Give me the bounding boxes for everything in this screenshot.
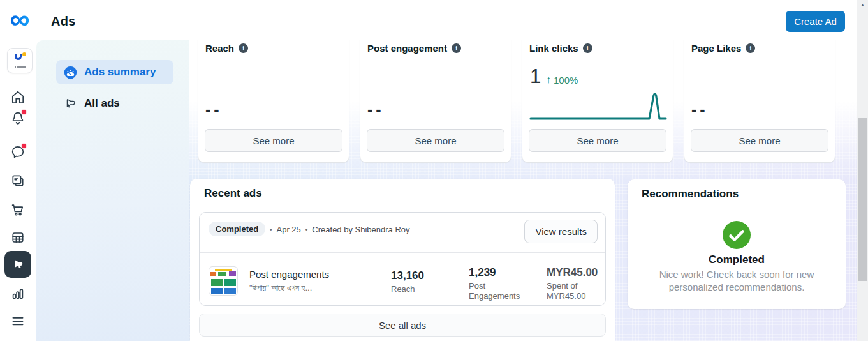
rail-item-notifications[interactable]	[10, 110, 26, 126]
rail-item-home[interactable]	[10, 89, 26, 105]
app-rail	[0, 40, 36, 341]
info-icon[interactable]: i	[583, 43, 592, 53]
ad-date: Apr 25	[277, 225, 301, 234]
recent-ads-panel: Recent ads Completed • Apr 25 • Created …	[190, 179, 615, 341]
megaphone-outline-icon	[64, 97, 77, 110]
page-title: Ads	[51, 14, 75, 29]
ad-metric-spend: MYR45.00 Spent of MYR45.00	[547, 266, 603, 301]
header: ∞ Ads Create Ad	[0, 0, 857, 40]
scrollbar[interactable]: ▲	[857, 0, 868, 341]
meta-logo-icon[interactable]: ∞	[5, 3, 34, 36]
ads-sidebar: Ads summary All ads	[36, 40, 189, 341]
info-icon[interactable]: i	[746, 43, 755, 53]
rail-item-insights[interactable]	[10, 286, 26, 301]
metric-card-link-clicks: Link clicks i 1 ↑ 100% See more	[522, 40, 673, 163]
metric-card-page-likes: Page Likes i -- See more	[684, 40, 835, 163]
see-more-button[interactable]: See more	[205, 129, 342, 152]
sidebar-item-ads-summary[interactable]: Ads summary	[56, 60, 173, 84]
ad-caption: "উপায়" আছে এখন হ...	[249, 283, 329, 293]
recent-ads-title: Recent ads	[204, 187, 262, 200]
content: Reach i -- See more Post engagement i --…	[189, 40, 857, 341]
shopping-cart-icon	[10, 202, 26, 217]
speedometer-icon	[64, 66, 77, 79]
ads-page: ∞ Ads Create Ad	[0, 0, 868, 341]
scroll-up-arrow[interactable]: ▲	[857, 3, 868, 7]
link-clicks-sparkline	[529, 91, 668, 123]
status-badge: Completed	[209, 222, 265, 236]
metric-value: 1	[530, 65, 541, 88]
home-icon	[10, 89, 26, 105]
bar-chart-icon	[10, 286, 26, 301]
info-icon[interactable]: i	[239, 43, 248, 53]
metric-title: Reach i	[205, 43, 248, 54]
avatar-logo-text	[15, 66, 26, 68]
ad-author: Created by Shibendra Roy	[312, 225, 409, 234]
check-circle-icon	[722, 220, 751, 250]
ad-objective: Post engagements	[249, 269, 329, 280]
ad-row[interactable]: Post engagements "উপায়" আছে এখন হ... 13…	[200, 253, 605, 305]
ad-metric-reach: 13,160 Reach	[391, 269, 424, 294]
metric-title: Page Likes i	[691, 43, 755, 54]
see-more-button[interactable]: See more	[367, 129, 504, 152]
billing-table-icon	[10, 230, 26, 245]
see-more-button[interactable]: See more	[691, 129, 828, 152]
message-badge-dot	[21, 143, 27, 149]
rail-item-ads-active[interactable]	[4, 251, 31, 278]
recommendation-status: Completed	[628, 254, 846, 266]
metric-card-reach: Reach i -- See more	[198, 40, 349, 163]
rail-item-commerce[interactable]	[10, 202, 26, 217]
sidebar-item-label: Ads summary	[84, 66, 156, 79]
megaphone-filled-icon	[11, 257, 26, 272]
trend-up-icon: ↑	[546, 74, 551, 86]
create-ad-button[interactable]: Create Ad	[786, 11, 845, 32]
rail-item-more[interactable]	[10, 314, 26, 329]
notification-badge-dot	[21, 109, 27, 115]
metric-empty-value: --	[205, 100, 223, 119]
see-all-ads-button[interactable]: See all ads	[199, 314, 606, 337]
metric-title: Link clicks i	[529, 43, 592, 54]
pages-icon	[10, 173, 26, 188]
dot-separator: •	[270, 226, 272, 233]
metric-card-post-engagement: Post engagement i -- See more	[360, 40, 511, 163]
sidebar-item-label: All ads	[84, 97, 120, 110]
sidebar-item-all-ads[interactable]: All ads	[56, 91, 173, 116]
hamburger-menu-icon	[10, 314, 26, 329]
business-avatar[interactable]	[7, 48, 33, 73]
metric-empty-value: --	[367, 100, 385, 119]
rail-item-pages[interactable]	[10, 173, 26, 188]
ad-metric-post-engagements: 1,239 Post Engagements	[469, 266, 524, 301]
rail-item-messages[interactable]	[10, 144, 26, 160]
rail-item-billing[interactable]	[10, 230, 26, 245]
info-icon[interactable]: i	[452, 43, 461, 53]
view-results-button[interactable]: View results	[524, 220, 598, 243]
metric-title: Post engagement i	[367, 43, 461, 54]
avatar-logo-u	[15, 54, 22, 60]
avatar-logo-dot	[22, 52, 26, 56]
ad-meta: • Apr 25 • Created by Shibendra Roy	[270, 225, 410, 234]
recommendations-panel: Recommendations Completed Nice work! Che…	[628, 179, 846, 309]
ad-card: Completed • Apr 25 • Created by Shibendr…	[199, 212, 606, 306]
see-more-button[interactable]: See more	[529, 129, 666, 152]
ad-name-block: Post engagements "উপায়" আছে এখন হ...	[249, 269, 329, 293]
metric-empty-value: --	[691, 100, 709, 119]
recommendations-title: Recommendations	[642, 188, 739, 201]
ad-thumbnail	[209, 266, 238, 296]
dot-separator: •	[305, 226, 308, 233]
trend-indicator: ↑ 100%	[546, 74, 578, 86]
scrollbar-thumb[interactable]	[858, 118, 867, 281]
recommendation-message: Nice work! Check back soon for new perso…	[645, 268, 828, 294]
